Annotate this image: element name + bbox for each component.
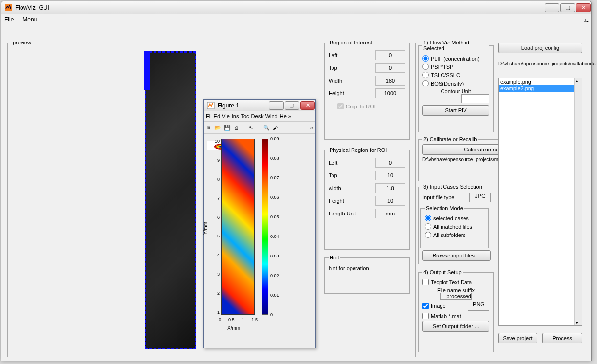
roi-left-field[interactable]: 0 bbox=[375, 50, 405, 60]
file-listbox[interactable]: example.png example2.png bbox=[498, 78, 582, 326]
scrollbar[interactable] bbox=[574, 78, 582, 325]
set-output-folder-button[interactable]: Set Output folder ... bbox=[422, 321, 489, 332]
image-format-field[interactable]: PNG bbox=[468, 301, 489, 311]
hint-text: hint for operation bbox=[329, 265, 405, 271]
project-path-label: D:\vbshare\opensource_projects\matlabcod… bbox=[498, 61, 582, 67]
print-icon[interactable]: 🖨 bbox=[234, 125, 239, 130]
app-icon bbox=[4, 4, 12, 12]
figure-window: Figure 1 ─ ▢ ✕ Fil Ed Vie Ins Toc Desk W… bbox=[203, 99, 316, 348]
length-unit-field[interactable]: mm bbox=[375, 209, 405, 218]
input-cases-panel: 3) Input Cases Selection Input file type… bbox=[418, 184, 495, 264]
selection-mode-panel: Selection Mode selected cases All matche… bbox=[420, 205, 489, 248]
fig-minimize-button[interactable]: ─ bbox=[269, 101, 284, 110]
fig-close-button[interactable]: ✕ bbox=[300, 101, 315, 110]
matlab-checkbox[interactable] bbox=[422, 313, 429, 319]
x-axis-label: X/mm bbox=[227, 325, 240, 331]
fig-menu-window[interactable]: Wind bbox=[265, 113, 278, 119]
radio-selected-cases[interactable] bbox=[425, 215, 431, 221]
brush-icon[interactable]: 🖌 bbox=[273, 125, 278, 130]
suffix-field[interactable]: __processed bbox=[440, 293, 472, 300]
process-button[interactable]: Process bbox=[542, 333, 582, 343]
output-setup-panel: 4) Output Setup Tecplot Text Data File n… bbox=[418, 269, 494, 352]
window-title: FlowViz_GUI bbox=[15, 4, 49, 11]
contour-unit-input[interactable] bbox=[461, 94, 489, 103]
menu-chevron-icon[interactable]: ⭾ bbox=[583, 17, 588, 22]
browse-input-button[interactable]: Browse input files ... bbox=[422, 250, 491, 261]
radio-plif[interactable] bbox=[422, 55, 429, 62]
matlab-icon bbox=[207, 102, 215, 109]
figure-toolbar: 🗎 📂 💾 🖨 ↖ 🔍 🖌 » bbox=[204, 121, 315, 134]
y-ticks: 109 87 65 43 21 bbox=[207, 139, 220, 315]
preview-legend: preview bbox=[12, 40, 32, 45]
x-ticks: 00.5 11.5 bbox=[219, 317, 258, 322]
pointer-icon[interactable]: ↖ bbox=[249, 125, 253, 131]
radio-psp[interactable] bbox=[422, 64, 429, 70]
maximize-button[interactable]: ▢ bbox=[560, 3, 575, 12]
tecplot-checkbox[interactable] bbox=[422, 279, 429, 285]
phys-width-field[interactable]: 1.8 bbox=[375, 183, 405, 193]
colorbar[interactable] bbox=[262, 139, 268, 315]
start-piv-button[interactable]: Start PIV bbox=[422, 105, 489, 116]
figure-axes[interactable]: 109 87 65 43 21 Y/mm 00.5 11.5 X/mm bbox=[204, 134, 315, 344]
colorbar-ticks: 0.090.08 0.070.06 0.050.04 0.030.02 0.01… bbox=[270, 136, 279, 317]
image-checkbox[interactable] bbox=[422, 303, 429, 309]
list-item[interactable]: example2.png bbox=[499, 85, 582, 92]
save-project-button[interactable]: Save project bbox=[498, 333, 537, 343]
new-icon[interactable]: 🗎 bbox=[206, 125, 211, 130]
method-panel: 1) Flow Viz Method Selected PLIF (concen… bbox=[418, 40, 494, 132]
menubar: File Menu ⭾ bbox=[1, 14, 591, 25]
physical-region-panel: Physical Region for ROI Left0 Top10 widt… bbox=[324, 147, 410, 250]
menu-file[interactable]: File bbox=[4, 16, 14, 23]
fig-menu-edit[interactable]: Ed bbox=[214, 113, 220, 119]
minimize-button[interactable]: ─ bbox=[545, 3, 559, 12]
chevron-icon[interactable]: » bbox=[288, 113, 291, 119]
phys-left-field[interactable]: 0 bbox=[375, 158, 405, 168]
menu-menu[interactable]: Menu bbox=[22, 16, 37, 23]
figure-title: Figure 1 bbox=[218, 102, 239, 109]
preview-image[interactable] bbox=[145, 51, 196, 349]
heatmap-plot[interactable] bbox=[221, 139, 255, 315]
save-icon[interactable]: 💾 bbox=[224, 125, 231, 131]
radio-all-subfolders[interactable] bbox=[425, 232, 431, 238]
radio-bos[interactable] bbox=[422, 80, 429, 86]
roi-width-field[interactable]: 180 bbox=[375, 76, 405, 86]
radio-all-matched[interactable] bbox=[425, 223, 431, 230]
roi-top-field[interactable]: 0 bbox=[375, 63, 405, 73]
roi-height-field[interactable]: 1000 bbox=[375, 88, 405, 98]
titlebar: FlowViz_GUI ─ ▢ ✕ bbox=[1, 1, 591, 14]
phys-height-field[interactable]: 10 bbox=[375, 196, 405, 206]
zoom-icon[interactable]: 🔍 bbox=[263, 125, 270, 131]
app-window: FlowViz_GUI ─ ▢ ✕ File Menu ⭾ preview Fi… bbox=[1, 1, 592, 361]
fig-menu-desktop[interactable]: Desk bbox=[251, 113, 264, 119]
fig-menu-insert[interactable]: Ins bbox=[232, 113, 239, 119]
hint-panel: Hint hint for operation bbox=[324, 255, 410, 294]
radio-tslc[interactable] bbox=[422, 72, 429, 78]
open-icon[interactable]: 📂 bbox=[214, 125, 221, 131]
figure-menubar: Fil Ed Vie Ins Toc Desk Wind He » bbox=[204, 111, 315, 121]
y-axis-label: Y/mm bbox=[203, 222, 208, 235]
fig-menu-tools[interactable]: Toc bbox=[241, 113, 249, 119]
input-file-type-field[interactable]: JPG bbox=[469, 193, 491, 202]
roi-panel: Region of Interest Left0 Top0 Width180 H… bbox=[324, 40, 410, 140]
list-item[interactable]: example.png bbox=[499, 78, 582, 85]
more-icon[interactable]: » bbox=[310, 125, 313, 130]
fig-menu-view[interactable]: Vie bbox=[222, 113, 230, 119]
close-button[interactable]: ✕ bbox=[576, 3, 591, 12]
fig-menu-help[interactable]: He bbox=[280, 113, 287, 119]
load-proj-config-button[interactable]: Load proj config bbox=[498, 43, 582, 53]
fig-maximize-button[interactable]: ▢ bbox=[285, 101, 299, 110]
fig-menu-file[interactable]: Fil bbox=[206, 113, 212, 119]
phys-top-field[interactable]: 10 bbox=[375, 171, 405, 180]
crop-to-roi-checkbox[interactable]: Crop To ROI bbox=[337, 103, 405, 109]
